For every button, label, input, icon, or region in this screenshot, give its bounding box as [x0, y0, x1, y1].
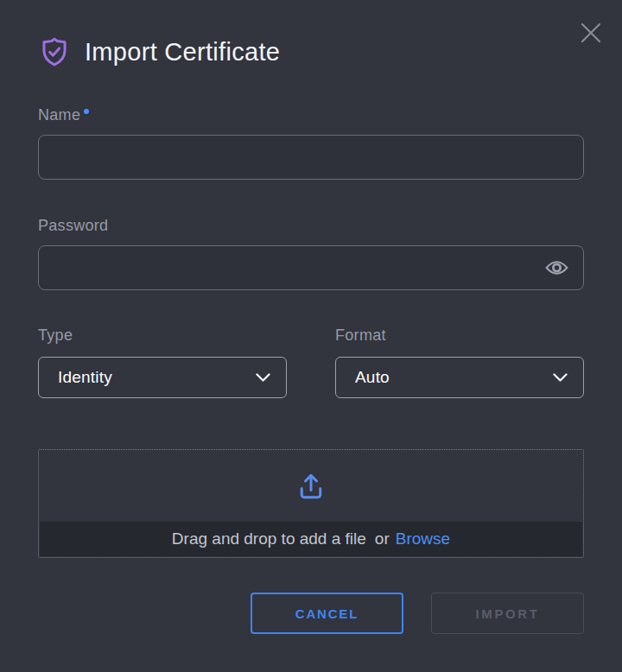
- import-button[interactable]: IMPORT: [431, 593, 584, 634]
- type-label: Type: [38, 326, 287, 345]
- format-column: Format Auto: [335, 290, 584, 398]
- dropzone-or-text: or: [375, 529, 390, 548]
- close-button[interactable]: [574, 16, 608, 50]
- chevron-down-icon: [256, 373, 270, 383]
- dropzone-text: Drag and drop to add a file: [172, 529, 366, 548]
- cancel-button[interactable]: CANCEL: [251, 593, 403, 634]
- type-column: Type Identity: [38, 290, 287, 398]
- password-label: Password: [38, 217, 584, 235]
- eye-icon: [545, 259, 568, 276]
- format-select[interactable]: Auto: [335, 357, 584, 398]
- type-select-value: Identity: [58, 368, 112, 387]
- name-label: Name: [38, 106, 584, 124]
- password-input[interactable]: [38, 245, 584, 290]
- required-indicator: [84, 109, 89, 114]
- dialog-title: Import Certificate: [85, 38, 280, 67]
- browse-link[interactable]: Browse: [396, 529, 450, 548]
- dialog-header: Import Certificate: [38, 0, 584, 69]
- name-label-text: Name: [38, 106, 80, 124]
- password-label-text: Password: [38, 217, 108, 234]
- reveal-password-button[interactable]: [543, 254, 570, 282]
- dialog-footer: CANCEL IMPORT: [38, 593, 584, 634]
- import-certificate-dialog: Import Certificate Name Password Type Id…: [0, 0, 622, 672]
- password-input-wrap: [38, 245, 584, 290]
- file-dropzone[interactable]: Drag and drop to add a file or Browse: [38, 449, 584, 558]
- shield-check-icon: [38, 35, 71, 69]
- type-select[interactable]: Identity: [38, 357, 287, 398]
- format-label: Format: [335, 326, 584, 345]
- name-input[interactable]: [38, 135, 584, 180]
- format-select-value: Auto: [355, 368, 390, 387]
- dropzone-caption: Drag and drop to add a file or Browse: [40, 522, 582, 556]
- close-icon: [578, 20, 604, 46]
- upload-icon: [295, 469, 327, 507]
- chevron-down-icon: [553, 373, 568, 383]
- type-format-row: Type Identity Format Auto: [38, 290, 584, 398]
